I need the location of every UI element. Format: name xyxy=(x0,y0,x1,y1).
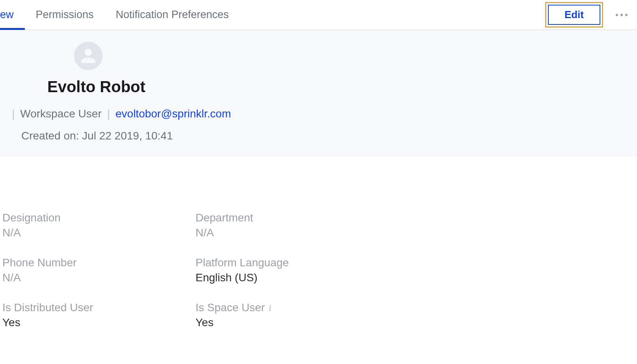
detail-label-distributed-user: Is Distributed User xyxy=(2,301,196,314)
tab-overview[interactable]: ew xyxy=(0,0,25,30)
tab-notification-preferences[interactable]: Notification Preferences xyxy=(105,0,240,30)
detail-distributed-user: Is Distributed User Yes xyxy=(2,301,196,329)
detail-value-department: N/A xyxy=(196,227,389,239)
info-icon[interactable]: i xyxy=(269,303,272,313)
tab-list: ew Permissions Notification Preferences xyxy=(0,0,240,30)
profile-role: Workspace User xyxy=(20,108,101,120)
profile-email[interactable]: evoltobor@sprinklr.com xyxy=(115,108,231,120)
edit-highlight-box: Edit xyxy=(545,2,603,28)
detail-label-phone: Phone Number xyxy=(2,256,196,269)
avatar-icon xyxy=(74,42,102,70)
detail-department: Department N/A xyxy=(196,212,389,239)
detail-row: Phone Number N/A Platform Language Engli… xyxy=(2,256,637,284)
detail-platform-language: Platform Language English (US) xyxy=(196,256,389,284)
header-actions: Edit xyxy=(545,2,628,28)
detail-label-platform-language: Platform Language xyxy=(196,256,389,269)
details-section: Designation N/A Department N/A Phone Num… xyxy=(0,156,637,329)
detail-row: Is Distributed User Yes Is Space User i … xyxy=(2,301,637,329)
profile-meta: | Workspace User | evoltobor@sprinklr.co… xyxy=(6,108,637,120)
detail-label-space-user-text: Is Space User xyxy=(196,301,265,314)
detail-value-designation: N/A xyxy=(2,227,196,239)
edit-button[interactable]: Edit xyxy=(548,5,600,25)
detail-row: Designation N/A Department N/A xyxy=(2,212,637,239)
detail-designation: Designation N/A xyxy=(2,212,196,239)
detail-label-designation: Designation xyxy=(2,212,196,224)
meta-separator: | xyxy=(6,108,20,120)
tab-permissions[interactable]: Permissions xyxy=(25,0,105,30)
profile-name: Evolto Robot xyxy=(47,78,637,96)
profile-section: Evolto Robot | Workspace User | evoltobo… xyxy=(0,30,637,156)
detail-value-space-user: Yes xyxy=(196,316,389,329)
avatar-wrap xyxy=(74,42,637,70)
detail-value-platform-language: English (US) xyxy=(196,271,389,284)
detail-label-space-user: Is Space User i xyxy=(196,301,389,314)
header-bar: ew Permissions Notification Preferences … xyxy=(0,0,637,30)
detail-value-phone: N/A xyxy=(2,271,196,284)
meta-separator: | xyxy=(102,108,115,120)
detail-space-user: Is Space User i Yes xyxy=(196,301,389,329)
profile-created-on: Created on: Jul 22 2019, 10:41 xyxy=(21,130,637,142)
detail-phone: Phone Number N/A xyxy=(2,256,196,284)
more-menu-icon[interactable] xyxy=(613,11,628,19)
detail-value-distributed-user: Yes xyxy=(2,316,196,329)
detail-label-department: Department xyxy=(196,212,389,224)
